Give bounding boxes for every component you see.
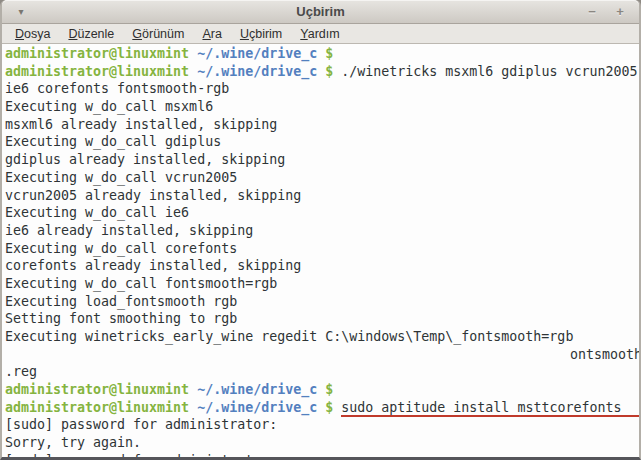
maximize-icon: + xyxy=(616,4,624,19)
window-title: Uçbirim xyxy=(2,4,639,19)
menubar: DosyaDüzenleGörünümAraUçbirimYardım xyxy=(2,24,639,44)
terminal-line: Executing w_do_call vcrun2005 xyxy=(5,169,639,187)
menu-item-ara[interactable]: Ara xyxy=(193,25,230,43)
terminal-line: administrator@linuxmint ~/.wine/drive_c … xyxy=(5,45,639,63)
terminal-line: .reg xyxy=(5,363,639,381)
terminal-line: Executing w_do_call msxml6 xyxy=(5,98,639,116)
menu-item-düzenle[interactable]: Düzenle xyxy=(59,25,123,43)
terminal-line: ontsmooth xyxy=(5,346,639,364)
minimize-button[interactable]: − xyxy=(583,4,601,20)
window-controls: − + xyxy=(583,4,629,20)
terminal-window: ▾ Uçbirim − + DosyaDüzenleGörünümAraUçbi… xyxy=(0,0,641,460)
window-menu-button[interactable]: ▾ xyxy=(10,4,32,20)
terminal-line: vcrun2005 already installed, skipping xyxy=(5,187,639,205)
terminal-line: Executing w_do_call ie6 xyxy=(5,204,639,222)
terminal-line: Setting font smoothing to rgb xyxy=(5,310,639,328)
terminal-line: administrator@linuxmint ~/.wine/drive_c … xyxy=(5,63,639,81)
terminal-line: ie6 already installed, skipping xyxy=(5,222,639,240)
menu-item-dosya[interactable]: Dosya xyxy=(6,25,59,43)
terminal-line: [sudo] password for administrator: xyxy=(5,452,639,457)
terminal-line: Executing w_do_call fontsmooth=rgb xyxy=(5,275,639,293)
menu-item-yardım[interactable]: Yardım xyxy=(291,25,348,43)
terminal-line: [sudo] password for administrator: xyxy=(5,416,639,434)
terminal-line: corefonts already installed, skipping xyxy=(5,257,639,275)
terminal-line: Executing winetricks_early_wine regedit … xyxy=(5,328,639,346)
chevron-down-icon: ▾ xyxy=(18,6,23,17)
terminal-line: msxml6 already installed, skipping xyxy=(5,116,639,134)
menu-item-görünüm[interactable]: Görünüm xyxy=(123,25,193,43)
terminal-line: ie6 corefonts fontsmooth-rgb xyxy=(5,80,639,98)
terminal-line: Executing w_do_call corefonts xyxy=(5,240,639,258)
maximize-button[interactable]: + xyxy=(611,4,629,20)
terminal-line: Executing load_fontsmooth rgb xyxy=(5,293,639,311)
menu-item-uçbirim[interactable]: Uçbirim xyxy=(231,25,291,43)
terminal-line: Sorry, try again. xyxy=(5,434,639,452)
terminal-line: gdiplus already installed, skipping xyxy=(5,151,639,169)
terminal-output[interactable]: administrator@linuxmint ~/.wine/drive_c … xyxy=(2,44,639,457)
terminal-line: administrator@linuxmint ~/.wine/drive_c … xyxy=(5,381,639,399)
terminal-line: administrator@linuxmint ~/.wine/drive_c … xyxy=(5,399,639,417)
minimize-icon: − xyxy=(588,4,596,19)
titlebar[interactable]: ▾ Uçbirim − + xyxy=(2,0,639,24)
terminal-line: Executing w_do_call gdiplus xyxy=(5,133,639,151)
